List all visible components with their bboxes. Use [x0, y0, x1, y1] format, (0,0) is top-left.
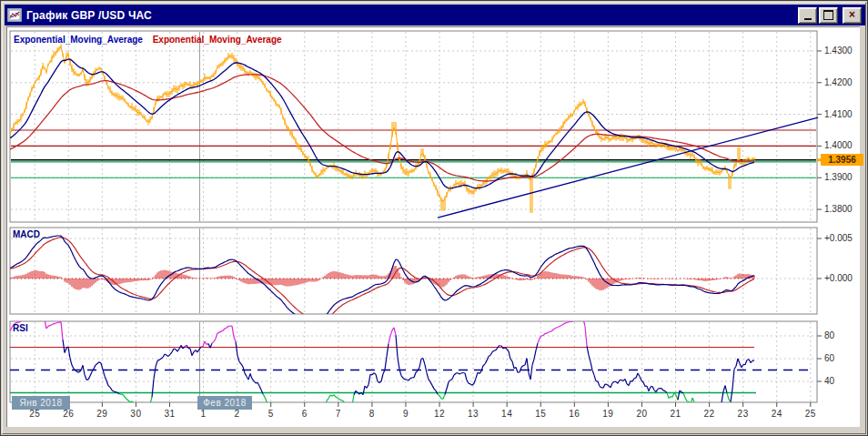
- rsi-line-segment: [292, 421, 294, 421]
- date-axis-label: 22: [698, 409, 722, 419]
- rsi-line-segment: [323, 407, 325, 409]
- legend-ema-slow: Exponential_Moving_Average: [153, 35, 282, 45]
- date-axis-label: 2: [226, 409, 249, 419]
- macd-axis-label: +0.000: [824, 273, 853, 283]
- price-axis-label: 1.4000: [824, 140, 853, 150]
- date-axis-label: 23: [732, 409, 755, 419]
- price-axis-label: 1.4300: [824, 46, 853, 56]
- rsi-line-segment: [285, 418, 287, 419]
- rsi-line-segment: [578, 319, 580, 319]
- rsi-line-segment: [174, 349, 176, 350]
- rsi-line-segment: [348, 404, 350, 405]
- date-axis-label: 5: [259, 409, 283, 419]
- date-axis-label: 30: [124, 409, 147, 419]
- rsi-line-segment: [658, 389, 660, 390]
- rsi-line-segment: [318, 420, 319, 424]
- date-axis-label: 20: [630, 409, 653, 419]
- rsi-line-segment: [321, 409, 323, 413]
- rsi-line-segment: [319, 413, 321, 420]
- rsi-axis-label: 60: [824, 353, 834, 363]
- rsi-line-segment: [50, 325, 52, 326]
- macd-axis-label: +0.005: [824, 233, 853, 243]
- rsi-axis-label: 40: [824, 376, 834, 386]
- legend-ema-fast: Exponential_Moving_Average: [14, 35, 143, 45]
- indicator-legend: Exponential_Moving_Average Exponential_M…: [14, 35, 282, 45]
- date-axis-label: 21: [664, 409, 688, 419]
- rsi-panel: [10, 321, 817, 402]
- date-axis-label: 14: [495, 409, 519, 419]
- month-badge-jan: Янв 2018: [12, 396, 70, 410]
- date-axis-label: 16: [562, 409, 586, 419]
- rsi-line-segment: [523, 365, 525, 366]
- date-axis-label: 12: [428, 409, 451, 419]
- rsi-line-segment: [347, 403, 348, 404]
- date-axis-label: 31: [157, 409, 181, 419]
- rsi-line-segment: [201, 346, 203, 347]
- rsi-line-segment: [469, 383, 470, 384]
- rsi-line-segment: [565, 323, 567, 324]
- date-axis-label: 24: [765, 409, 789, 419]
- date-axis-label: 26: [56, 409, 80, 419]
- date-axis-label: 29: [90, 409, 114, 419]
- rsi-line-segment: [25, 318, 26, 319]
- rsi-line-segment: [752, 360, 754, 361]
- rsi-line-segment: [494, 350, 496, 351]
- rsi-line-segment: [581, 319, 583, 319]
- month-badge-feb: Фев 2018: [197, 396, 252, 410]
- macd-panel: [10, 228, 817, 314]
- rsi-line-segment: [283, 417, 285, 418]
- rsi-line-segment: [574, 319, 576, 320]
- date-axis-label: 13: [461, 409, 485, 419]
- rsi-line-segment: [410, 378, 412, 379]
- rsi-line-segment: [268, 403, 270, 405]
- date-axis-label: 1: [192, 409, 216, 419]
- rsi-axis-label: 80: [824, 330, 834, 340]
- rsi-line-segment: [350, 405, 352, 406]
- rsi-line-segment: [225, 328, 227, 329]
- rsi-line-segment: [288, 420, 290, 421]
- rsi-line-segment: [556, 328, 558, 329]
- rsi-line-segment: [567, 322, 569, 323]
- price-panel: [10, 31, 817, 222]
- date-axis-label: 9: [394, 409, 418, 419]
- date-axis-label: 8: [360, 409, 384, 419]
- date-axis-label: 19: [596, 409, 620, 419]
- price-axis-label: 1.3800: [824, 204, 853, 214]
- date-axis-label: 25: [23, 409, 46, 419]
- rsi-line-segment: [634, 378, 636, 379]
- rsi-line-segment: [23, 319, 25, 319]
- price-axis-label: 1.3900: [824, 172, 853, 182]
- rsi-line-segment: [663, 390, 665, 391]
- macd-panel-label: MACD: [13, 229, 40, 239]
- rsi-line-segment: [687, 401, 689, 402]
- price-axis-label: 1.4100: [824, 109, 853, 119]
- date-axis-label: 15: [529, 409, 552, 419]
- current-price-badge: 1.3956: [821, 154, 863, 166]
- rsi-line-segment: [26, 317, 28, 318]
- rsi-line-segment: [56, 323, 57, 324]
- rsi-line-segment: [48, 326, 50, 327]
- rsi-line-segment: [341, 401, 343, 401]
- rsi-line-segment: [139, 405, 141, 406]
- rsi-line-segment: [596, 381, 598, 382]
- rsi-line-segment: [114, 391, 116, 392]
- date-axis-label: 25: [799, 409, 823, 419]
- date-axis-label: 7: [327, 409, 350, 419]
- rsi-line-segment: [43, 315, 45, 320]
- rsi-line-segment: [137, 405, 139, 406]
- rsi-line-segment: [221, 330, 223, 331]
- rsi-panel-label: RSI: [13, 323, 28, 333]
- price-axis-label: 1.4200: [824, 77, 853, 87]
- rsi-line-segment: [148, 404, 150, 412]
- chart-canvas[interactable]: [1, 1, 868, 436]
- date-axis-label: 6: [293, 409, 317, 419]
- rsi-line-segment: [296, 421, 298, 422]
- rsi-line-segment: [30, 316, 32, 317]
- chart-window: График GBP /USD ЧАС × Exponential_Moving…: [0, 0, 868, 436]
- rsi-line-segment: [116, 392, 117, 393]
